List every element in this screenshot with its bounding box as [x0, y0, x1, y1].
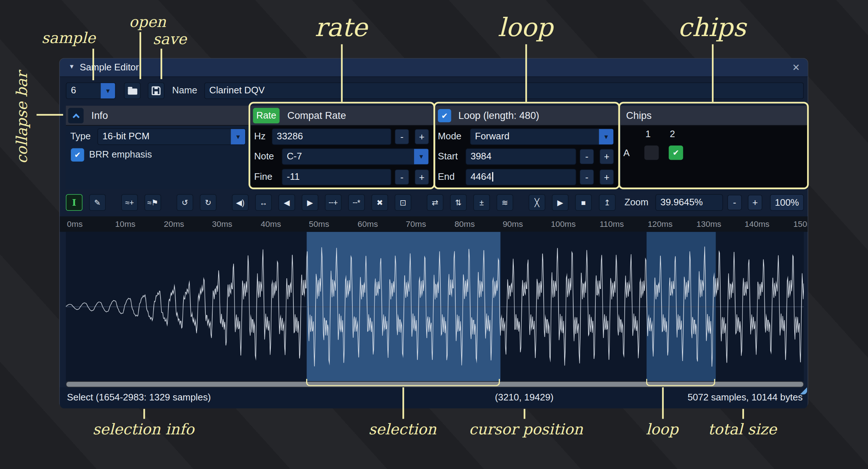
resize-grip[interactable]	[800, 387, 807, 395]
total-size-annotation-label: total size	[708, 420, 777, 438]
info-panel-title: Info	[91, 106, 108, 126]
loop-start-label: Start	[438, 148, 458, 165]
brr-emphasis-label: BRR emphasis	[89, 147, 152, 163]
invert-button[interactable]: ⇅	[450, 194, 467, 211]
open-button[interactable]	[124, 82, 141, 99]
stop-preview-button[interactable]: ■	[575, 194, 592, 211]
selection-annotation-line	[402, 387, 404, 419]
loop-end-plus-button[interactable]: +	[599, 169, 614, 185]
rate-panel: Rate Compat Rate Hz 33286 - + Note C-7 ▼…	[251, 106, 434, 189]
chips-panel-header: Chips	[621, 106, 808, 126]
undo-button[interactable]: ↺	[177, 194, 193, 211]
zoom-input[interactable]: 39.9645%	[655, 194, 723, 211]
fade-out-button[interactable]: ▶	[302, 194, 319, 211]
chips-panel-title: Chips	[626, 106, 652, 126]
loop-end-minus-button[interactable]: -	[580, 169, 594, 185]
make-instrument-button[interactable]: ↥	[599, 194, 616, 211]
sample-type-value: 16-bit PCM	[98, 129, 231, 144]
type-label: Type	[70, 128, 91, 145]
loop-end-input[interactable]: 4464	[466, 169, 576, 186]
sign-exchange-button[interactable]: ±	[473, 194, 490, 211]
zoom-out-button[interactable]: -	[728, 195, 742, 210]
timeline-label: 20ms	[164, 216, 184, 232]
selection-info-text: Select (1654-2983: 1329 samples)	[67, 387, 211, 408]
name-label: Name	[172, 82, 197, 99]
rate-annotation-label: rate	[315, 12, 367, 42]
save-button[interactable]	[148, 82, 165, 99]
sample-name-input[interactable]: Clarinet DQV	[204, 82, 804, 99]
resample-button[interactable]: ≈⚑	[144, 194, 161, 211]
preview-button[interactable]: ▶	[552, 194, 569, 211]
collapse-bar-button[interactable]	[68, 108, 84, 123]
open-annotation-line	[139, 32, 141, 79]
save-annotation-line	[161, 49, 162, 79]
apply-silence-button[interactable]: ╌*	[348, 194, 365, 211]
cursor-position-annotation-label: cursor position	[469, 420, 583, 438]
sample-annotation-line	[92, 49, 94, 80]
loop-annotation-label: loop	[498, 12, 553, 42]
loop-start-plus-button[interactable]: +	[599, 149, 614, 164]
crossfade-button[interactable]: ╳	[529, 194, 545, 211]
fade-in-button[interactable]: ◀	[278, 194, 295, 211]
rate-annotation-line	[341, 44, 343, 102]
waveform-view[interactable]	[66, 232, 804, 381]
zoom-reset-button[interactable]: 100%	[770, 194, 804, 211]
chip-a1-checkbox[interactable]	[644, 146, 659, 160]
brr-emphasis-checkbox[interactable]: ✔	[71, 148, 84, 162]
loop-mode-value: Forward	[471, 129, 599, 144]
timeline-ruler[interactable]: 0ms 10ms 20ms 30ms 40ms 50ms 60ms 70ms 8…	[60, 216, 808, 232]
window-collapse-icon[interactable]: ▼	[69, 63, 75, 70]
timeline-label: 120ms	[648, 216, 672, 232]
close-button[interactable]: ✕	[789, 60, 803, 74]
insert-silence-button[interactable]: ╌+	[325, 194, 342, 211]
loop-panel-title: Loop (length: 480)	[458, 106, 539, 126]
edit-select-button[interactable]: I	[66, 194, 83, 211]
text-cursor	[492, 172, 493, 182]
resize-button[interactable]: ≈+	[121, 194, 138, 211]
fine-minus-button[interactable]: -	[395, 169, 409, 185]
timeline-label: 10ms	[115, 216, 136, 232]
open-annotation-label: open	[129, 13, 166, 30]
timeline-label: 140ms	[745, 216, 769, 232]
hz-input[interactable]: 33286	[272, 128, 391, 145]
fine-plus-button[interactable]: +	[414, 169, 429, 185]
note-select[interactable]: C-7 ▼	[282, 148, 429, 165]
loop-marker-annotation-line	[662, 387, 664, 419]
sample-type-select[interactable]: 16-bit PCM ▼	[97, 128, 246, 145]
reverse-button[interactable]: ⇄	[427, 194, 444, 211]
redo-button[interactable]: ↻	[200, 194, 217, 211]
hz-minus-button[interactable]: -	[395, 129, 409, 144]
waveform-canvas[interactable]	[66, 232, 804, 381]
chevron-down-icon: ▼	[414, 149, 428, 164]
edit-draw-button[interactable]: ✎	[89, 194, 106, 211]
hz-plus-button[interactable]: +	[414, 129, 429, 144]
hz-label: Hz	[254, 128, 266, 145]
floppy-icon	[152, 86, 161, 95]
zoom-in-button[interactable]: +	[748, 195, 762, 210]
note-label: Note	[254, 148, 274, 165]
sample-number-select[interactable]: 6 ▼	[66, 82, 116, 99]
loop-enable-checkbox[interactable]: ✔	[438, 109, 451, 122]
loop-start-input[interactable]: 3984	[466, 148, 576, 165]
rate-button[interactable]: Rate	[253, 108, 279, 123]
desktop-background: ▼ Sample Editor ✕ 6 ▼ Name Clarinet DQV …	[0, 0, 868, 469]
sample-editor-window: ▼ Sample Editor ✕ 6 ▼ Name Clarinet DQV …	[59, 58, 808, 408]
loop-panel-header: ✔ Loop (length: 480)	[436, 106, 619, 126]
rate-panel-title: Compat Rate	[287, 106, 346, 126]
fine-input[interactable]: -11	[282, 169, 391, 186]
delete-button[interactable]: ✖	[371, 194, 388, 211]
fine-label: Fine	[254, 169, 272, 186]
chip-a2-checkbox[interactable]: ✔	[669, 146, 683, 160]
sample-number-value: 6	[66, 83, 101, 98]
amplify-button[interactable]: ◀)	[232, 194, 249, 211]
info-panel-header: Info	[66, 106, 250, 126]
filter-button[interactable]: ≋	[497, 194, 513, 211]
normalize-button[interactable]: ↔	[255, 194, 272, 211]
timeline-label: 130ms	[697, 216, 721, 232]
chips-panel: Chips 1 2 A ✔	[621, 106, 808, 189]
loop-mode-select[interactable]: Forward ▼	[470, 128, 614, 145]
loop-start-minus-button[interactable]: -	[580, 149, 594, 164]
loop-end-label: End	[438, 169, 455, 186]
window-title-bar[interactable]: ▼ Sample Editor ✕	[60, 59, 808, 77]
trim-button[interactable]: ⊡	[395, 194, 412, 211]
